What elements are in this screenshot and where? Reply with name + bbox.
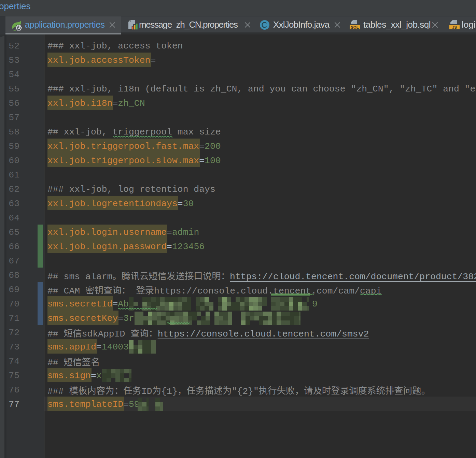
svg-text:SQL: SQL [351,25,359,29]
svg-text:JS: JS [452,25,457,29]
